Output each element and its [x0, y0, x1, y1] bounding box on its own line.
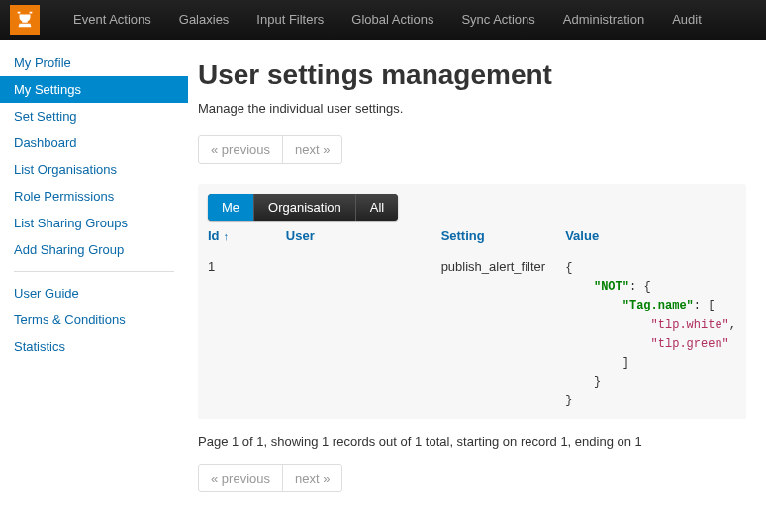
- top-nav: Event ActionsGalaxiesInput FiltersGlobal…: [0, 0, 766, 40]
- topnav-item[interactable]: Global Actions: [337, 0, 447, 40]
- sidebar-item[interactable]: My Settings: [0, 76, 188, 103]
- col-id-label: Id: [208, 228, 220, 243]
- sidebar-item[interactable]: List Sharing Groups: [0, 210, 188, 236]
- pager-next[interactable]: next »: [282, 465, 341, 491]
- sidebar-item[interactable]: Statistics: [0, 333, 188, 360]
- col-value[interactable]: Value: [555, 221, 746, 251]
- pager-prev[interactable]: « previous: [199, 465, 282, 491]
- scope-tab-organisation[interactable]: Organisation: [253, 194, 355, 221]
- col-setting[interactable]: Setting: [431, 221, 556, 251]
- table-row: 1publish_alert_filter{ "NOT": { "Tag.nam…: [198, 251, 746, 419]
- topnav-item[interactable]: Administration: [549, 0, 658, 40]
- sidebar-item[interactable]: My Profile: [0, 49, 188, 76]
- cell-user: [276, 251, 431, 419]
- col-user[interactable]: User: [276, 221, 431, 251]
- pager-next[interactable]: next »: [282, 136, 341, 163]
- sidebar-item[interactable]: User Guide: [0, 280, 188, 307]
- scope-tab-all[interactable]: All: [355, 194, 398, 221]
- sidebar-group-main: My ProfileMy SettingsSet SettingDashboar…: [0, 49, 188, 263]
- cell-id: 1: [198, 251, 276, 419]
- sidebar-item[interactable]: Add Sharing Group: [0, 236, 188, 263]
- scope-tab-me[interactable]: Me: [208, 194, 253, 221]
- scope-tabs: Me Organisation All: [208, 194, 398, 221]
- settings-table: Id↑ User Setting Value 1publish_alert_fi…: [198, 221, 746, 419]
- main-content: User settings management Manage the indi…: [188, 40, 766, 532]
- json-value: { "NOT": { "Tag.name": [ "tlp.white", "t…: [565, 259, 736, 411]
- sidebar: My ProfileMy SettingsSet SettingDashboar…: [0, 40, 188, 532]
- sidebar-divider: [14, 271, 174, 272]
- sidebar-item[interactable]: Set Setting: [0, 103, 188, 130]
- col-id[interactable]: Id↑: [198, 221, 276, 251]
- pager-bottom: « previous next »: [198, 464, 342, 492]
- topnav-item[interactable]: Event Actions: [59, 0, 165, 40]
- sidebar-item[interactable]: Dashboard: [0, 130, 188, 156]
- topnav-item[interactable]: Sync Actions: [447, 0, 548, 40]
- app-logo[interactable]: [10, 5, 40, 35]
- sidebar-group-help: User GuideTerms & ConditionsStatistics: [0, 280, 188, 360]
- topnav-item[interactable]: Galaxies: [165, 0, 243, 40]
- page-subtitle: Manage the individual user settings.: [198, 101, 746, 116]
- cell-setting: publish_alert_filter: [431, 251, 556, 419]
- topnav-item[interactable]: Audit: [658, 0, 716, 40]
- sort-asc-icon: ↑: [224, 230, 230, 242]
- page-title: User settings management: [198, 59, 746, 91]
- sidebar-item[interactable]: Role Permissions: [0, 183, 188, 210]
- sidebar-item[interactable]: List Organisations: [0, 156, 188, 183]
- topnav-item[interactable]: Input Filters: [242, 0, 337, 40]
- crest-icon: [14, 9, 36, 31]
- pager-prev[interactable]: « previous: [199, 136, 282, 163]
- pager-top: « previous next »: [198, 135, 342, 164]
- cell-value: { "NOT": { "Tag.name": [ "tlp.white", "t…: [555, 251, 746, 419]
- sidebar-item[interactable]: Terms & Conditions: [0, 307, 188, 333]
- pagination-summary: Page 1 of 1, showing 1 records out of 1 …: [198, 434, 746, 449]
